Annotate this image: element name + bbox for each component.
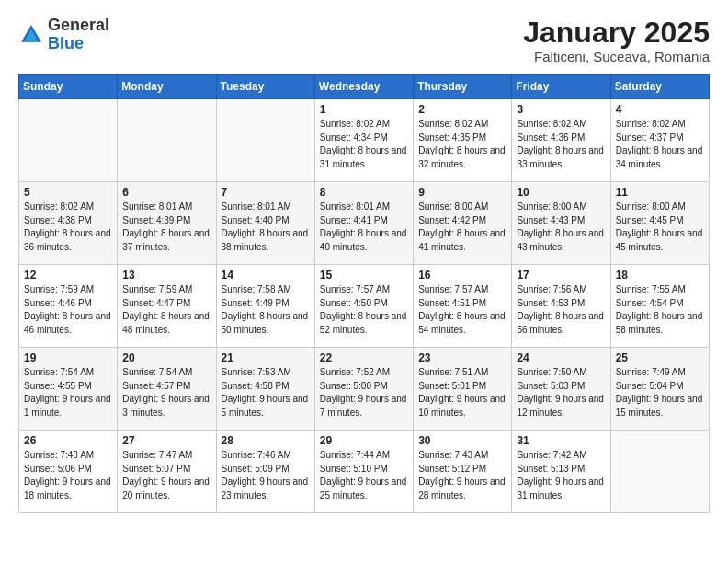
day-number: 26 [24, 434, 112, 447]
week-row-3: 12Sunrise: 7:59 AM Sunset: 4:46 PM Dayli… [19, 265, 710, 348]
day-number: 30 [418, 434, 506, 447]
day-info: Sunrise: 8:01 AM Sunset: 4:40 PM Dayligh… [222, 201, 310, 254]
day-info: Sunrise: 7:51 AM Sunset: 5:01 PM Dayligh… [418, 366, 506, 419]
weekday-header-monday: Monday [118, 75, 216, 99]
day-info: Sunrise: 8:01 AM Sunset: 4:41 PM Dayligh… [320, 201, 408, 254]
calendar-cell: 21Sunrise: 7:53 AM Sunset: 4:58 PM Dayli… [216, 348, 314, 431]
calendar-cell: 2Sunrise: 8:02 AM Sunset: 4:35 PM Daylig… [414, 99, 512, 182]
calendar-cell: 4Sunrise: 8:02 AM Sunset: 4:37 PM Daylig… [610, 99, 709, 182]
calendar-cell [118, 99, 216, 182]
calendar-cell [610, 431, 709, 513]
day-number: 19 [24, 351, 112, 364]
calendar-cell: 30Sunrise: 7:43 AM Sunset: 5:12 PM Dayli… [414, 431, 512, 513]
day-number: 31 [517, 434, 605, 447]
calendar-cell: 22Sunrise: 7:52 AM Sunset: 5:00 PM Dayli… [314, 348, 413, 431]
calendar-cell: 13Sunrise: 7:59 AM Sunset: 4:47 PM Dayli… [118, 265, 216, 348]
day-number: 11 [616, 186, 704, 199]
title-block: January 2025 Falticeni, Suceava, Romania [523, 17, 710, 64]
calendar-cell: 14Sunrise: 7:58 AM Sunset: 4:49 PM Dayli… [216, 265, 314, 348]
calendar-title: January 2025 [523, 17, 710, 49]
calendar-cell: 19Sunrise: 7:54 AM Sunset: 4:55 PM Dayli… [19, 348, 118, 431]
calendar-cell: 18Sunrise: 7:55 AM Sunset: 4:54 PM Dayli… [610, 265, 709, 348]
calendar-cell: 16Sunrise: 7:57 AM Sunset: 4:51 PM Dayli… [414, 265, 512, 348]
day-info: Sunrise: 8:02 AM Sunset: 4:35 PM Dayligh… [418, 118, 506, 171]
day-info: Sunrise: 7:43 AM Sunset: 5:12 PM Dayligh… [418, 449, 506, 502]
calendar-cell: 15Sunrise: 7:57 AM Sunset: 4:50 PM Dayli… [314, 265, 413, 348]
calendar-cell: 8Sunrise: 8:01 AM Sunset: 4:41 PM Daylig… [314, 182, 413, 265]
week-row-5: 26Sunrise: 7:48 AM Sunset: 5:06 PM Dayli… [19, 431, 710, 513]
day-info: Sunrise: 8:00 AM Sunset: 4:43 PM Dayligh… [517, 201, 605, 254]
day-info: Sunrise: 7:47 AM Sunset: 5:07 PM Dayligh… [122, 449, 210, 502]
day-number: 13 [122, 269, 210, 282]
logo-icon [18, 22, 44, 48]
weekday-header-sunday: Sunday [19, 75, 118, 99]
calendar-cell: 1Sunrise: 8:02 AM Sunset: 4:34 PM Daylig… [314, 99, 413, 182]
day-number: 10 [517, 186, 605, 199]
weekday-header-saturday: Saturday [610, 75, 709, 99]
day-number: 20 [122, 351, 210, 364]
week-row-1: 1Sunrise: 8:02 AM Sunset: 4:34 PM Daylig… [19, 99, 710, 182]
calendar-cell: 27Sunrise: 7:47 AM Sunset: 5:07 PM Dayli… [118, 431, 216, 513]
calendar-cell: 9Sunrise: 8:00 AM Sunset: 4:42 PM Daylig… [414, 182, 512, 265]
week-row-2: 5Sunrise: 8:02 AM Sunset: 4:38 PM Daylig… [19, 182, 710, 265]
day-number: 14 [222, 269, 310, 282]
day-number: 4 [616, 103, 704, 116]
calendar-cell: 31Sunrise: 7:42 AM Sunset: 5:13 PM Dayli… [512, 431, 610, 513]
day-info: Sunrise: 8:02 AM Sunset: 4:37 PM Dayligh… [616, 118, 704, 171]
day-number: 8 [320, 186, 408, 199]
day-number: 17 [517, 269, 605, 282]
day-number: 21 [222, 351, 310, 364]
day-info: Sunrise: 7:52 AM Sunset: 5:00 PM Dayligh… [320, 366, 408, 419]
day-info: Sunrise: 7:57 AM Sunset: 4:50 PM Dayligh… [320, 283, 408, 337]
day-number: 1 [320, 103, 408, 116]
day-info: Sunrise: 7:49 AM Sunset: 5:04 PM Dayligh… [616, 366, 704, 419]
day-info: Sunrise: 7:54 AM Sunset: 4:55 PM Dayligh… [24, 366, 112, 419]
weekday-header-tuesday: Tuesday [216, 75, 314, 99]
calendar-table: SundayMondayTuesdayWednesdayThursdayFrid… [18, 74, 710, 513]
calendar-cell: 11Sunrise: 8:00 AM Sunset: 4:45 PM Dayli… [610, 182, 709, 265]
day-number: 18 [616, 269, 704, 282]
day-info: Sunrise: 7:53 AM Sunset: 4:58 PM Dayligh… [222, 366, 310, 419]
calendar-cell: 28Sunrise: 7:46 AM Sunset: 5:09 PM Dayli… [216, 431, 314, 513]
calendar-cell: 12Sunrise: 7:59 AM Sunset: 4:46 PM Dayli… [19, 265, 118, 348]
day-info: Sunrise: 7:42 AM Sunset: 5:13 PM Dayligh… [517, 449, 605, 502]
day-number: 24 [517, 351, 605, 364]
calendar-header: SundayMondayTuesdayWednesdayThursdayFrid… [19, 75, 710, 99]
day-info: Sunrise: 7:54 AM Sunset: 4:57 PM Dayligh… [122, 366, 210, 419]
weekday-row: SundayMondayTuesdayWednesdayThursdayFrid… [19, 75, 710, 99]
calendar-cell: 20Sunrise: 7:54 AM Sunset: 4:57 PM Dayli… [118, 348, 216, 431]
calendar-cell: 7Sunrise: 8:01 AM Sunset: 4:40 PM Daylig… [216, 182, 314, 265]
day-number: 28 [222, 434, 310, 447]
day-info: Sunrise: 8:01 AM Sunset: 4:39 PM Dayligh… [122, 201, 210, 254]
day-info: Sunrise: 7:44 AM Sunset: 5:10 PM Dayligh… [320, 449, 408, 502]
header: General Blue January 2025 Falticeni, Suc… [18, 17, 710, 64]
calendar-cell: 6Sunrise: 8:01 AM Sunset: 4:39 PM Daylig… [118, 182, 216, 265]
calendar-body: 1Sunrise: 8:02 AM Sunset: 4:34 PM Daylig… [19, 99, 710, 513]
day-info: Sunrise: 8:00 AM Sunset: 4:45 PM Dayligh… [616, 201, 704, 254]
logo-text: General Blue [48, 17, 109, 53]
day-number: 6 [122, 186, 210, 199]
calendar-cell [216, 99, 314, 182]
day-info: Sunrise: 7:58 AM Sunset: 4:49 PM Dayligh… [222, 283, 310, 337]
day-number: 15 [320, 269, 408, 282]
day-number: 23 [418, 351, 506, 364]
calendar-cell: 29Sunrise: 7:44 AM Sunset: 5:10 PM Dayli… [314, 431, 413, 513]
calendar-cell: 23Sunrise: 7:51 AM Sunset: 5:01 PM Dayli… [414, 348, 512, 431]
weekday-header-friday: Friday [512, 75, 610, 99]
day-number: 7 [222, 186, 310, 199]
day-number: 2 [418, 103, 506, 116]
day-info: Sunrise: 7:56 AM Sunset: 4:53 PM Dayligh… [517, 283, 605, 337]
day-number: 25 [616, 351, 704, 364]
day-info: Sunrise: 7:59 AM Sunset: 4:47 PM Dayligh… [122, 283, 210, 337]
day-info: Sunrise: 7:48 AM Sunset: 5:06 PM Dayligh… [24, 449, 112, 502]
day-info: Sunrise: 8:02 AM Sunset: 4:38 PM Dayligh… [24, 201, 112, 254]
day-info: Sunrise: 7:57 AM Sunset: 4:51 PM Dayligh… [418, 283, 506, 337]
day-number: 27 [122, 434, 210, 447]
day-number: 9 [418, 186, 506, 199]
weekday-header-thursday: Thursday [414, 75, 512, 99]
day-number: 3 [517, 103, 605, 116]
calendar-cell: 5Sunrise: 8:02 AM Sunset: 4:38 PM Daylig… [19, 182, 118, 265]
day-info: Sunrise: 8:02 AM Sunset: 4:36 PM Dayligh… [517, 118, 605, 171]
day-info: Sunrise: 7:55 AM Sunset: 4:54 PM Dayligh… [616, 283, 704, 337]
weekday-header-wednesday: Wednesday [314, 75, 413, 99]
